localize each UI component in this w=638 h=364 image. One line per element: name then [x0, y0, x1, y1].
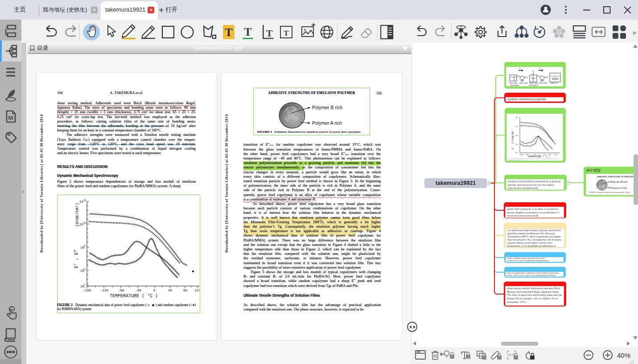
- svg-text:80: 80: [183, 289, 188, 292]
- svg-text:10: 10: [83, 221, 86, 225]
- svg-text:7: 7: [84, 283, 85, 286]
- svg-text:9: 9: [84, 245, 85, 248]
- svg-text:DYNE/CM²: DYNE/CM²: [512, 131, 514, 140]
- svg-text:40%: 40%: [617, 352, 630, 359]
- svg-text:TEMPERATURE ( °C ): TEMPERATURE ( °C ): [528, 155, 550, 158]
- svg-text:R₁: R₁: [519, 68, 521, 70]
- svg-text:11: 11: [83, 199, 86, 202]
- svg-text:T: T: [244, 25, 251, 38]
- svg-text:Polymer A rich: Polymer A rich: [610, 187, 627, 189]
- svg-text:ADHESIVE STRENGTHS OF EMULSION: ADHESIVE STRENGTHS OF EMULSION POLYM: [597, 176, 638, 178]
- svg-text:for P(MMA/nBA) system.: for P(MMA/nBA) system.: [508, 160, 522, 161]
- svg-text:40: 40: [168, 289, 173, 292]
- svg-text:FEED PUMP: FEED PUMP: [519, 82, 528, 84]
- svg-text:-160: -160: [519, 154, 523, 155]
- svg-text:Polymer B rich: Polymer B rich: [610, 180, 627, 183]
- svg-text:-40: -40: [135, 289, 141, 292]
- svg-text:8: 8: [84, 268, 85, 271]
- svg-text:120: 120: [554, 154, 557, 155]
- svg-text:MONOMER A: MONOMER A: [510, 85, 519, 86]
- svg-text:TEMPERATURE ( °C ): TEMPERATURE ( °C ): [110, 294, 158, 299]
- svg-text:0: 0: [153, 289, 156, 292]
- svg-text:FIGURE 3 Schematic illustrat: FIGURE 3 Schematic illustration for emul…: [589, 192, 630, 193]
- svg-text:Polymer A rich: Polymer A rich: [312, 120, 342, 126]
- svg-text:M: M: [8, 115, 13, 121]
- svg-text:-120: -120: [100, 289, 109, 292]
- svg-text:10: 10: [515, 143, 518, 145]
- svg-text:MONOMER B: MONOMER B: [529, 85, 538, 86]
- svg-text:FEED PUMP: FEED PUMP: [539, 82, 547, 84]
- svg-text:T: T: [225, 26, 232, 39]
- svg-text:FEED TANK: FEED TANK: [510, 82, 518, 84]
- svg-text:R₂: R₂: [539, 68, 541, 70]
- svg-text:10: 10: [515, 152, 518, 154]
- svg-text:Polymer B rich: Polymer B rich: [312, 105, 342, 110]
- svg-text:E’ , E”: E’ , E”: [74, 249, 79, 268]
- svg-text:»: »: [633, 29, 636, 36]
- svg-text:10: 10: [515, 126, 518, 127]
- svg-text:-160: -160: [83, 289, 91, 292]
- svg-text:-80: -80: [118, 289, 124, 292]
- svg-text:REACT.TANK: REACT.TANK: [529, 82, 538, 84]
- svg-text:120: 120: [194, 289, 199, 292]
- svg-text:REACTOR: REACTOR: [551, 82, 558, 84]
- svg-text:10: 10: [515, 135, 518, 136]
- svg-text:E’ . E”: E’ . E”: [512, 141, 514, 149]
- svg-text:10: 10: [515, 117, 518, 119]
- svg-text:T: T: [284, 29, 289, 37]
- svg-text:(DYNE/CM²): (DYNE/CM²): [75, 203, 80, 227]
- svg-text:T: T: [266, 28, 273, 39]
